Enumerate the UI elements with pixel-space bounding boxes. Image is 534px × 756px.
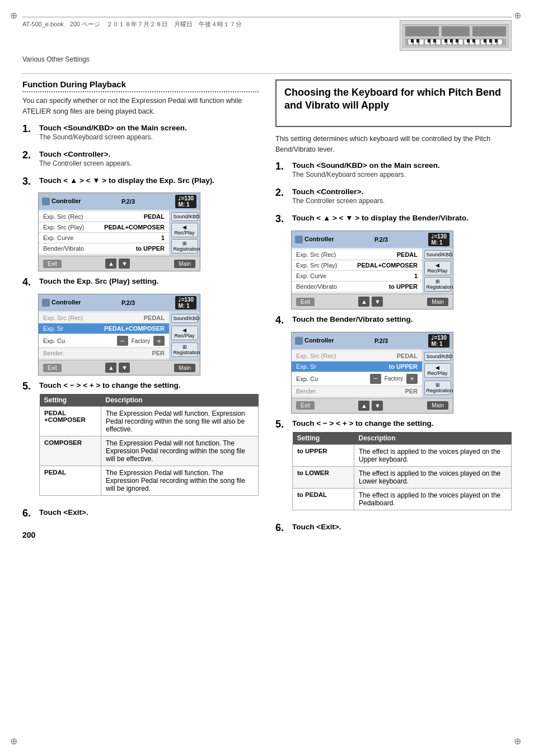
- right-ctrl-footer-2: Exit ▲ ▼ Main: [292, 398, 453, 413]
- sound-kbd-btn-1[interactable]: Sound/KBD: [171, 212, 198, 221]
- ctrl-header-2: Controller P.2/3 ♩=130M: 1: [39, 294, 200, 311]
- right-exit-btn-1[interactable]: Exit: [296, 298, 315, 306]
- step-title-2: Touch <Controller>.: [39, 150, 259, 158]
- right-step-content-3: Touch < ▲ > < ▼ > to display the Bender/…: [292, 214, 512, 223]
- step-num-3: 3.: [22, 176, 35, 187]
- right-setting-name-3: to PEDAL: [293, 488, 354, 510]
- registration-btn-1[interactable]: ⊞ Registration: [171, 239, 198, 253]
- ctrl-row-2-2: Exp. Sr PEDAL+COMPOSER: [39, 323, 169, 334]
- right-controller-1: Controller P.2/3 ♩=130M: 1 Exp. Src (Rec…: [291, 231, 453, 309]
- svg-rect-33: [495, 39, 498, 43]
- left-section-title: Function During Playback: [22, 79, 259, 92]
- rec-play-btn-1[interactable]: ◀ Rec/Play: [171, 223, 198, 237]
- step-title-5: Touch < − > < + > to change the setting.: [39, 381, 259, 389]
- right-ctrl-row-2-3: Exp. Cu − Factory +: [292, 372, 422, 386]
- up-btn-1[interactable]: ▲: [105, 259, 116, 269]
- svg-rect-26: [444, 39, 447, 43]
- sound-kbd-btn-2[interactable]: Sound/KBD: [171, 314, 198, 323]
- th-setting: Setting: [40, 394, 101, 407]
- step-title-6: Touch <Exit>.: [39, 508, 259, 516]
- right-th-setting: Setting: [293, 432, 354, 445]
- ctrl-row-2-1: Exp. Src (Rec) PEDAL: [39, 313, 169, 323]
- page-number: 200: [22, 530, 259, 539]
- right-step-title-6: Touch <Exit>.: [292, 523, 512, 531]
- setting-desc-1: The Expression Pedal will function. Expr…: [101, 407, 259, 436]
- ctrl-body-2: Exp. Src (Rec) PEDAL Exp. Sr PEDAL+COMPO…: [39, 311, 200, 360]
- right-setting-desc-1: The effect is applied to the voices play…: [354, 444, 512, 466]
- left-step-2: 2. Touch <Controller>. The Controller sc…: [22, 150, 259, 171]
- down-btn-2[interactable]: ▼: [119, 363, 130, 373]
- right-plus-btn[interactable]: +: [406, 374, 418, 384]
- down-btn-1[interactable]: ▼: [119, 259, 130, 269]
- svg-rect-14: [458, 39, 463, 45]
- step-content-2: Touch <Controller>. The Controller scree…: [39, 150, 259, 171]
- th-desc: Description: [101, 394, 259, 407]
- right-th-desc: Description: [354, 432, 512, 445]
- crosshair-tl: [10, 10, 20, 20]
- header-meta: AT-500_e.book 200 ページ ２０１８年７月２８日 月曜日 午後４…: [22, 20, 242, 29]
- left-step-5: 5. Touch < − > < + > to change the setti…: [22, 381, 259, 503]
- right-down-btn-1[interactable]: ▼: [372, 297, 383, 307]
- left-controller-1: Controller P.2/3 ♩=130M: 1 Exp. Src (Rec…: [38, 192, 200, 271]
- right-rec-play-btn-2[interactable]: ◀ Rec/Play: [424, 363, 451, 378]
- svg-rect-29: [467, 39, 470, 43]
- exit-btn-1[interactable]: Exit: [43, 260, 62, 268]
- exit-btn-2[interactable]: Exit: [43, 364, 62, 372]
- right-ctrl-row-1-4: Bender/Vibrato to UPPER: [292, 281, 422, 292]
- right-ctrl-row-1-3: Exp. Curve 1: [292, 271, 422, 281]
- table-row: PEDAL+COMPOSER The Expression Pedal will…: [40, 407, 259, 436]
- right-ctrl-body-1: Exp. Src (Rec) PEDAL Exp. Src (Play) PED…: [292, 248, 453, 294]
- right-up-btn-1[interactable]: ▲: [358, 297, 369, 307]
- registration-btn-2[interactable]: ⊞ Registration: [171, 342, 198, 357]
- right-nav-btns-2: ▲ ▼: [358, 401, 383, 411]
- step-content-5: Touch < − > < + > to change the setting.…: [39, 381, 259, 503]
- right-minus-btn[interactable]: −: [370, 374, 381, 384]
- right-sound-kbd-btn-1[interactable]: Sound/KBD: [424, 250, 451, 259]
- right-main-btn-2[interactable]: Main: [427, 401, 448, 410]
- right-sound-kbd-btn-2[interactable]: Sound/KBD: [424, 352, 451, 361]
- step-title-4: Touch the Exp. Src (Play) setting.: [39, 277, 259, 285]
- right-step-title-4: Touch the Bender/Vibrato setting.: [292, 315, 512, 323]
- main-btn-2[interactable]: Main: [174, 364, 195, 372]
- minus-btn[interactable]: −: [117, 336, 128, 346]
- main-btn-1[interactable]: Main: [174, 260, 195, 268]
- right-registration-btn-1[interactable]: ⊞ Registration: [424, 277, 451, 292]
- ctrl-header-1: Controller P.2/3 ♩=130M: 1: [39, 193, 200, 210]
- svg-rect-27: [450, 39, 453, 43]
- table-row: COMPOSER The Expression Pedal will not f…: [40, 436, 259, 466]
- right-step-content-5: Touch < − > < + > to change the setting.…: [292, 419, 512, 517]
- up-btn-2[interactable]: ▲: [105, 363, 116, 373]
- right-up-btn-2[interactable]: ▲: [358, 401, 369, 411]
- right-exit-btn-2[interactable]: Exit: [296, 401, 315, 410]
- ctrl-icon-1: [42, 198, 50, 205]
- right-setting-name-1: to UPPER: [293, 444, 354, 466]
- plus-btn[interactable]: +: [153, 336, 165, 346]
- right-step-content-1: Touch <Sound/KBD> on the Main screen. Th…: [292, 161, 512, 182]
- right-ctrl-row-2-4: Bender. PER: [292, 386, 422, 396]
- right-registration-btn-2[interactable]: ⊞ Registration: [424, 381, 451, 395]
- ctrl-row-2-3: Exp. Cu − Factory +: [39, 334, 169, 348]
- right-step-num-4: 4.: [275, 315, 288, 326]
- right-column: Choosing the Keyboard for which Pitch Be…: [275, 79, 512, 539]
- page: AT-500_e.book 200 ページ ２０１８年７月２８日 月曜日 午後４…: [0, 0, 534, 756]
- crosshair-tr: [514, 10, 524, 20]
- right-intro: This setting determines which keyboard w…: [275, 134, 512, 155]
- ctrl-footer-1: Exit ▲ ▼ Main: [39, 256, 200, 271]
- ctrl-main-1: Exp. Src (Rec) PEDAL Exp. Src (Play) PED…: [39, 210, 169, 256]
- ctrl-body-1: Exp. Src (Rec) PEDAL Exp. Src (Play) PED…: [39, 210, 200, 256]
- left-settings-table: Setting Description PEDAL+COMPOSER The E…: [39, 394, 259, 496]
- divider: [22, 73, 512, 74]
- svg-rect-23: [416, 39, 419, 43]
- right-ctrl-sidebar-2: Sound/KBD ◀ Rec/Play ⊞ Registration: [422, 349, 453, 398]
- right-section-title: Choosing the Keyboard for which Pitch Be…: [284, 86, 503, 112]
- setting-desc-2: The Expression Pedal will not function. …: [101, 436, 259, 466]
- right-down-btn-2[interactable]: ▼: [372, 401, 383, 411]
- right-main-btn-1[interactable]: Main: [427, 298, 448, 306]
- nav-btns-1: ▲ ▼: [105, 259, 130, 269]
- nav-btns-2: ▲ ▼: [105, 363, 130, 373]
- right-rec-play-btn-1[interactable]: ◀ Rec/Play: [424, 261, 451, 275]
- rec-play-btn-2[interactable]: ◀ Rec/Play: [171, 326, 198, 340]
- right-step-sub-2: The Controller screen appears.: [292, 197, 512, 205]
- header-image: [400, 20, 512, 51]
- setting-name-1: PEDAL+COMPOSER: [40, 407, 101, 436]
